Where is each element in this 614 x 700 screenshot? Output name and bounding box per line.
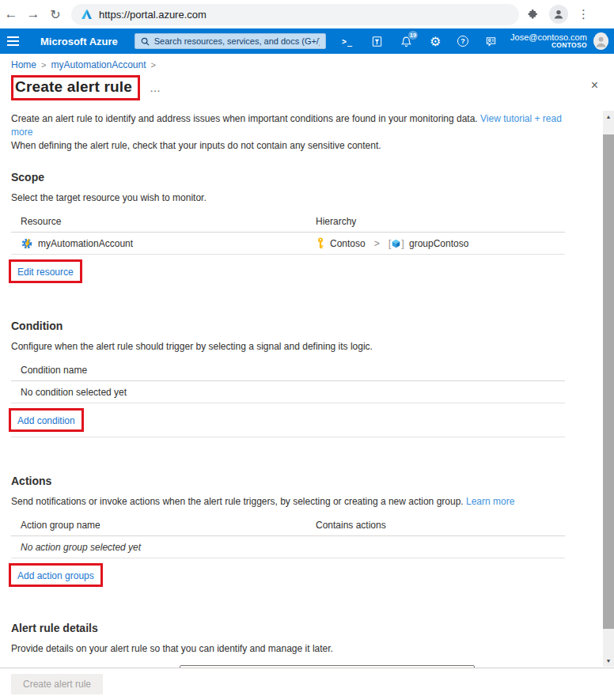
scope-heading: Scope	[11, 171, 565, 184]
portal-search-input[interactable]	[154, 36, 320, 46]
account-directory: CONTOSO	[510, 42, 587, 50]
condition-table: Condition name No condition selected yet	[11, 360, 565, 403]
azure-favicon	[81, 9, 93, 21]
condition-section: Condition Configure when the alert rule …	[11, 320, 565, 437]
browser-forward-icon[interactable]: →	[22, 6, 44, 22]
azure-top-bar: Microsoft Azure >_ 19 ⚙ ? Jose@contoso.c…	[0, 28, 614, 54]
condition-heading: Condition	[11, 320, 565, 332]
add-condition-link[interactable]: Add condition	[17, 415, 75, 426]
breadcrumb: Home>myAutomationAccount>	[11, 59, 565, 70]
close-blade-icon[interactable]: ×	[591, 79, 598, 92]
actions-col-group: Action group name	[11, 520, 306, 531]
actions-section: Actions Send notifications or invoke act…	[11, 475, 565, 592]
automation-account-icon	[21, 237, 33, 250]
vertical-scrollbar[interactable]: ▲ ▼	[603, 111, 614, 667]
browser-toolbar: ← → ↻ https://portal.azure.com ⋮	[0, 0, 614, 28]
browser-profile-avatar[interactable]	[549, 5, 568, 24]
portal-search-box[interactable]	[135, 33, 326, 49]
browser-reload-icon[interactable]: ↻	[44, 7, 66, 22]
browser-back-icon[interactable]: ←	[0, 6, 22, 22]
blade-intro: Create an alert rule to identify and add…	[11, 112, 565, 153]
azure-portal-window: ← → ↻ https://portal.azure.com ⋮ Microso…	[0, 0, 614, 700]
actions-empty-row: No action group selected yet	[11, 536, 565, 558]
scope-section: Scope Select the target resource you wis…	[11, 171, 565, 288]
actions-empty-text: No action group selected yet	[11, 542, 306, 553]
scroll-up-icon[interactable]: ▲	[603, 111, 614, 123]
condition-empty-row: No condition selected yet	[11, 381, 565, 403]
create-alert-rule-button[interactable]: Create alert rule	[11, 674, 103, 694]
scope-col-hierarchy: Hierarchy	[306, 216, 565, 227]
breadcrumb-separator: >	[151, 60, 156, 70]
actions-table: Action group name Contains actions No ac…	[11, 515, 565, 558]
actions-description: Send notifications or invoke actions whe…	[11, 496, 565, 507]
more-options-ellipsis-icon[interactable]: …	[150, 81, 161, 94]
browser-actions: ⋮	[527, 5, 589, 24]
edit-resource-annotation-box: Edit resource	[9, 259, 82, 283]
cloud-shell-icon[interactable]: >_	[340, 34, 354, 48]
url-text[interactable]: https://portal.azure.com	[99, 9, 207, 21]
create-alert-rule-blade: × Home>myAutomationAccount> Create alert…	[0, 54, 614, 700]
scope-description: Select the target resource you wish to m…	[11, 192, 565, 203]
microsoft-azure-brand[interactable]: Microsoft Azure	[40, 36, 118, 47]
details-description: Provide details on your alert rule so th…	[11, 643, 565, 654]
subscription-name: Contoso	[330, 238, 366, 249]
add-action-groups-link[interactable]: Add action groups	[17, 570, 94, 581]
condition-empty-text: No condition selected yet	[11, 387, 306, 398]
edit-resource-link[interactable]: Edit resource	[17, 267, 74, 278]
subscription-key-icon	[316, 237, 325, 249]
add-condition-annotation-box: Add condition	[9, 408, 84, 432]
intro-line2: When defining the alert rule, check that…	[11, 139, 565, 153]
page-title: Create alert rule	[15, 78, 132, 96]
notifications-bell-icon[interactable]: 19	[399, 34, 413, 48]
feedback-icon[interactable]	[483, 34, 498, 48]
resource-group-name: groupContoso	[409, 238, 468, 249]
account-info[interactable]: Jose@contoso.com CONTOSO	[510, 32, 587, 50]
condition-col-name: Condition name	[11, 365, 306, 376]
breadcrumb-home-link[interactable]: Home	[11, 59, 36, 70]
scope-table: Resource Hierarchy myAutomationAccount	[11, 211, 565, 255]
account-avatar[interactable]	[593, 32, 608, 50]
intro-line1: Create an alert rule to identify and add…	[11, 113, 478, 124]
scope-resource-row[interactable]: myAutomationAccount Contoso > [ ]	[11, 233, 565, 255]
search-icon	[141, 37, 150, 46]
extensions-icon[interactable]	[527, 8, 540, 21]
condition-bottom-divider	[11, 437, 565, 437]
scope-resource-name: myAutomationAccount	[38, 238, 133, 249]
title-annotation-box: Create alert rule	[11, 75, 140, 100]
scroll-down-icon[interactable]: ▼	[603, 655, 614, 667]
learn-more-link[interactable]: Learn more	[466, 496, 514, 507]
directory-filter-icon[interactable]	[370, 34, 384, 48]
actions-col-contains: Contains actions	[306, 520, 565, 531]
help-icon[interactable]: ?	[457, 36, 468, 47]
browser-menu-icon[interactable]: ⋮	[578, 7, 589, 21]
blade-footer: Create alert rule	[0, 668, 614, 700]
actions-description-text: Send notifications or invoke actions whe…	[11, 496, 464, 507]
breadcrumb-parent-link[interactable]: myAutomationAccount	[51, 59, 146, 70]
scope-col-resource: Resource	[11, 216, 306, 227]
details-heading: Alert rule details	[11, 622, 565, 634]
notification-count-badge: 19	[407, 30, 419, 40]
portal-toolbar-icons: >_ 19 ⚙ ?	[340, 34, 498, 48]
condition-description: Configure when the alert rule should tri…	[11, 341, 565, 352]
scrollbar-thumb[interactable]	[603, 134, 614, 629]
actions-heading: Actions	[11, 475, 565, 487]
address-bar[interactable]: https://portal.azure.com	[71, 4, 519, 25]
settings-gear-icon[interactable]: ⚙	[428, 34, 442, 48]
portal-menu-icon[interactable]	[0, 36, 26, 46]
hierarchy-separator: >	[374, 238, 380, 249]
breadcrumb-separator: >	[41, 60, 46, 70]
add-action-groups-annotation-box: Add action groups	[9, 563, 103, 587]
resource-group-icon: [ ]	[388, 238, 404, 248]
